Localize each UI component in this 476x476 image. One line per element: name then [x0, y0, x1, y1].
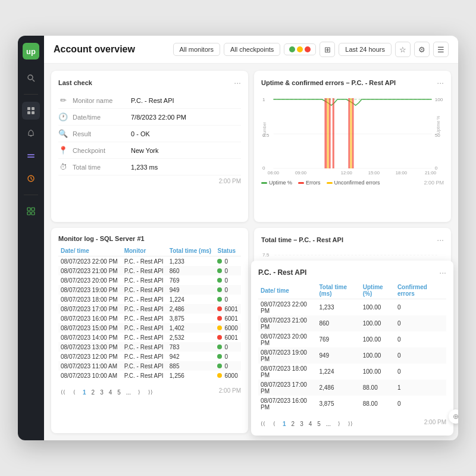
floating-card-table: Date/ time Total time (ms) Uptime (%) Co…: [258, 282, 446, 412]
uptime-legend: Uptime % Errors Unconfirmed errors 2:00 …: [261, 180, 444, 186]
float-row-total-time: 3,875: [317, 396, 360, 412]
svg-text:18:00: 18:00: [396, 170, 407, 176]
sidebar-icon-purple[interactable]: [22, 147, 40, 165]
row-status: 0: [215, 256, 241, 267]
svg-point-0: [28, 75, 33, 80]
float-page-1[interactable]: 1: [281, 420, 288, 428]
row-monitor: P.C. - Rest API: [122, 333, 167, 342]
row-status: 0: [215, 342, 241, 352]
float-page-prev[interactable]: ⟨: [270, 419, 279, 428]
page-next[interactable]: ⟩: [134, 387, 144, 397]
col-datetime: Date/ time: [58, 246, 122, 256]
sidebar-icon-grid[interactable]: [22, 202, 40, 220]
float-page-first[interactable]: ⟨⟨: [258, 419, 268, 428]
all-monitors-button[interactable]: All monitors: [173, 43, 220, 56]
status-dot: [217, 373, 222, 378]
svg-rect-28: [352, 98, 353, 168]
floating-card-menu[interactable]: ···: [439, 268, 446, 277]
legend-uptime: Uptime %: [261, 180, 292, 186]
row-datetime: 08/07/2023 18:00 PM: [58, 295, 122, 304]
svg-rect-11: [27, 208, 30, 211]
page-3[interactable]: 3: [98, 389, 105, 396]
uptime-chart-area: 1 0.5 0 100 50 0: [261, 92, 444, 177]
legend-uptime-color: [261, 182, 267, 184]
sidebar-icon-orange[interactable]: [22, 170, 40, 187]
row-datetime: 08/07/2023 12:00 PM: [58, 352, 122, 361]
svg-rect-26: [333, 98, 334, 168]
page-prev[interactable]: ⟨: [70, 387, 79, 397]
row-status: 6001: [215, 314, 241, 323]
filter-red[interactable]: [305, 46, 311, 52]
float-row-datetime: 08/07/2023 16:00 PM: [258, 396, 317, 412]
traffic-lights-filter[interactable]: [284, 43, 316, 55]
svg-rect-25: [329, 98, 331, 168]
row-monitor: P.C. - Rest API: [122, 304, 167, 314]
row-datetime: 08/07/2023 16:00 PM: [58, 314, 122, 323]
status-dot: [217, 364, 222, 368]
float-col-uptime: Uptime (%): [361, 282, 395, 299]
monitor-log-pagination[interactable]: ⟨⟨ ⟨ 1 2 3 4 5 ... ⟩ ⟩⟩: [58, 387, 155, 397]
last-24-button[interactable]: Last 24 hours: [339, 43, 392, 56]
uptime-chart-menu[interactable]: ···: [437, 78, 444, 87]
page-last[interactable]: ⟩⟩: [146, 387, 155, 397]
float-page-next[interactable]: ⟩: [334, 419, 344, 428]
row-monitor: P.C. - Rest API: [122, 342, 167, 352]
table-row: 08/07/2023 15:00 PM P.C. - Rest API 1,40…: [58, 323, 241, 333]
svg-rect-2: [27, 107, 30, 110]
float-row-uptime: 100.00: [361, 364, 395, 380]
status-dot: [217, 325, 222, 330]
result-label: Result: [73, 130, 126, 137]
total-time-label: Total time: [73, 164, 126, 171]
page-first[interactable]: ⟨⟨: [58, 387, 68, 397]
float-page-5[interactable]: 5: [315, 420, 322, 428]
settings-button[interactable]: ⚙: [414, 42, 430, 57]
svg-rect-13: [27, 212, 30, 215]
row-monitor: P.C. - Rest API: [122, 361, 167, 371]
page-4[interactable]: 4: [107, 389, 114, 396]
legend-errors-color: [298, 182, 304, 184]
float-row-errors: 0: [395, 315, 446, 331]
location-icon: 📍: [58, 146, 68, 155]
svg-text:0: 0: [262, 165, 265, 171]
float-page-last[interactable]: ⟩⟩: [346, 419, 355, 428]
col-status: Status: [215, 246, 241, 256]
sidebar-icon-search[interactable]: [22, 69, 40, 87]
all-checkpoints-button[interactable]: All checkpoints: [224, 43, 280, 56]
svg-text:12:00: 12:00: [341, 170, 352, 176]
filter-green[interactable]: [289, 46, 295, 52]
float-page-2[interactable]: 2: [290, 420, 297, 428]
float-col-errors: Confirmed errors: [395, 282, 446, 299]
menu-button[interactable]: ☰: [433, 42, 449, 57]
drag-handle[interactable]: ⊕: [449, 409, 458, 424]
svg-text:1: 1: [262, 97, 265, 102]
float-page-3[interactable]: 3: [298, 420, 305, 428]
float-row-total-time: 769: [317, 331, 360, 347]
grid-view-button[interactable]: ⊞: [320, 42, 335, 57]
row-total-time: 1,224: [167, 295, 215, 304]
status-dot: [217, 335, 222, 340]
filter-yellow[interactable]: [297, 46, 303, 52]
row-total-time: 769: [167, 275, 215, 285]
row-status: 0: [215, 266, 241, 275]
page-2[interactable]: 2: [90, 389, 97, 396]
sidebar-icon-dashboard[interactable]: [22, 102, 40, 120]
float-row-errors: 1: [395, 380, 446, 396]
svg-text:06:00: 06:00: [268, 170, 279, 176]
total-time-chart-menu[interactable]: ···: [437, 235, 444, 245]
row-total-time: 942: [167, 352, 215, 361]
floating-pagination[interactable]: ⟨⟨ ⟨ 1 2 3 4 5 ... ⟩ ⟩⟩: [258, 419, 355, 428]
float-page-4[interactable]: 4: [307, 420, 314, 428]
total-time-value: 1,233 ms: [131, 164, 158, 171]
svg-text:15:00: 15:00: [368, 170, 380, 176]
sidebar-icon-bell[interactable]: [22, 124, 40, 142]
page-1[interactable]: 1: [81, 389, 88, 396]
floating-card-body: 08/07/2023 22:00 PM 1,233 100.00 0 08/07…: [258, 299, 446, 412]
monitor-name-row: ✏ Monitor name P.C. - Rest API: [58, 92, 241, 109]
row-status: 0: [215, 285, 241, 295]
star-button[interactable]: ☆: [395, 42, 411, 57]
float-row-total-time: 1,224: [317, 364, 360, 380]
page-5[interactable]: 5: [115, 389, 123, 396]
sidebar: up: [18, 36, 44, 440]
last-check-menu[interactable]: ···: [234, 78, 241, 87]
row-datetime: 08/07/2023 11:00 AM: [58, 361, 122, 371]
